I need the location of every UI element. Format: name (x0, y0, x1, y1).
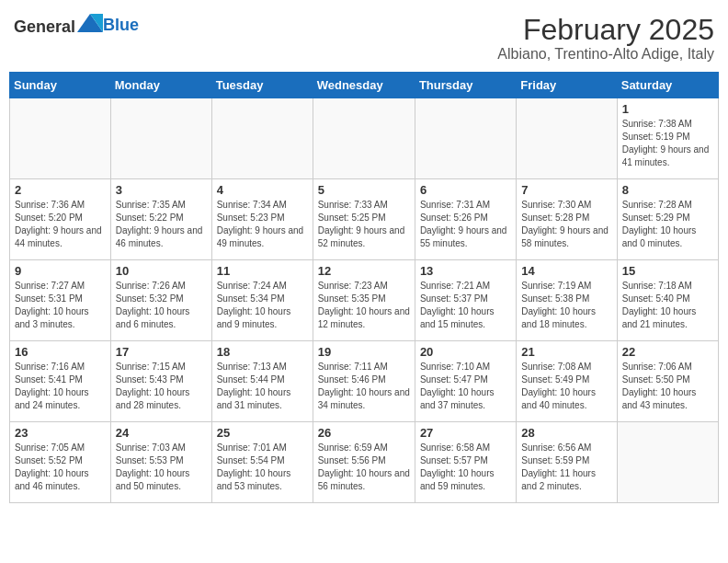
calendar-cell: 7Sunrise: 7:30 AMSunset: 5:28 PMDaylight… (517, 179, 617, 260)
calendar-cell: 5Sunrise: 7:33 AMSunset: 5:25 PMDaylight… (313, 179, 415, 260)
day-info: Sunrise: 7:16 AMSunset: 5:41 PMDaylight:… (15, 361, 106, 412)
calendar-cell: 9Sunrise: 7:27 AMSunset: 5:31 PMDaylight… (10, 260, 111, 341)
weekday-header-tuesday: Tuesday (211, 73, 313, 98)
day-number: 23 (15, 426, 106, 440)
day-number: 9 (15, 264, 106, 278)
day-number: 28 (521, 426, 611, 440)
calendar-cell: 8Sunrise: 7:28 AMSunset: 5:29 PMDaylight… (617, 179, 718, 260)
calendar-cell: 19Sunrise: 7:11 AMSunset: 5:46 PMDayligh… (313, 341, 415, 422)
logo-general: General (14, 17, 75, 36)
day-number: 12 (318, 264, 410, 278)
day-number: 19 (318, 345, 410, 359)
weekday-header-friday: Friday (517, 73, 617, 98)
weekday-header-monday: Monday (110, 73, 211, 98)
day-number: 24 (116, 426, 207, 440)
day-info: Sunrise: 7:36 AMSunset: 5:20 PMDaylight:… (15, 199, 106, 250)
calendar-cell: 15Sunrise: 7:18 AMSunset: 5:40 PMDayligh… (617, 260, 718, 341)
calendar-cell: 17Sunrise: 7:15 AMSunset: 5:43 PMDayligh… (110, 341, 211, 422)
day-info: Sunrise: 7:03 AMSunset: 5:53 PMDaylight:… (116, 442, 207, 493)
calendar-cell: 27Sunrise: 6:58 AMSunset: 5:57 PMDayligh… (415, 422, 516, 503)
page-header: General Blue February 2025 Albiano, Tren… (9, 9, 719, 63)
weekday-header-thursday: Thursday (415, 73, 516, 98)
day-info: Sunrise: 6:59 AMSunset: 5:56 PMDaylight:… (318, 442, 410, 493)
day-info: Sunrise: 7:38 AMSunset: 5:19 PMDaylight:… (622, 118, 713, 169)
calendar-cell (10, 98, 111, 179)
day-number: 27 (420, 426, 511, 440)
day-info: Sunrise: 7:33 AMSunset: 5:25 PMDaylight:… (318, 199, 410, 250)
day-number: 10 (116, 264, 207, 278)
calendar-title: February 2025 (497, 14, 714, 46)
week-row-4: 16Sunrise: 7:16 AMSunset: 5:41 PMDayligh… (10, 341, 719, 422)
day-number: 13 (420, 264, 511, 278)
calendar-cell: 16Sunrise: 7:16 AMSunset: 5:41 PMDayligh… (10, 341, 111, 422)
day-number: 2 (15, 183, 106, 197)
calendar-cell: 11Sunrise: 7:24 AMSunset: 5:34 PMDayligh… (211, 260, 313, 341)
day-number: 11 (217, 264, 308, 278)
day-number: 26 (318, 426, 410, 440)
calendar-cell (517, 98, 617, 179)
calendar-cell: 6Sunrise: 7:31 AMSunset: 5:26 PMDaylight… (415, 179, 516, 260)
calendar-table: SundayMondayTuesdayWednesdayThursdayFrid… (9, 72, 719, 503)
calendar-cell: 10Sunrise: 7:26 AMSunset: 5:32 PMDayligh… (110, 260, 211, 341)
day-number: 14 (521, 264, 611, 278)
day-number: 5 (318, 183, 410, 197)
day-number: 20 (420, 345, 511, 359)
calendar-cell: 4Sunrise: 7:34 AMSunset: 5:23 PMDaylight… (211, 179, 313, 260)
calendar-cell (211, 98, 313, 179)
day-info: Sunrise: 7:26 AMSunset: 5:32 PMDaylight:… (116, 280, 207, 331)
day-number: 25 (217, 426, 308, 440)
calendar-cell: 1Sunrise: 7:38 AMSunset: 5:19 PMDaylight… (617, 98, 718, 179)
calendar-cell (313, 98, 415, 179)
day-number: 16 (15, 345, 106, 359)
calendar-cell: 18Sunrise: 7:13 AMSunset: 5:44 PMDayligh… (211, 341, 313, 422)
weekday-header-row: SundayMondayTuesdayWednesdayThursdayFrid… (10, 73, 719, 98)
day-info: Sunrise: 7:23 AMSunset: 5:35 PMDaylight:… (318, 280, 410, 331)
calendar-cell: 21Sunrise: 7:08 AMSunset: 5:49 PMDayligh… (517, 341, 617, 422)
day-info: Sunrise: 7:05 AMSunset: 5:52 PMDaylight:… (15, 442, 106, 493)
calendar-cell: 23Sunrise: 7:05 AMSunset: 5:52 PMDayligh… (10, 422, 111, 503)
calendar-cell: 22Sunrise: 7:06 AMSunset: 5:50 PMDayligh… (617, 341, 718, 422)
calendar-cell: 14Sunrise: 7:19 AMSunset: 5:38 PMDayligh… (517, 260, 617, 341)
week-row-1: 1Sunrise: 7:38 AMSunset: 5:19 PMDaylight… (10, 98, 719, 179)
day-number: 7 (521, 183, 611, 197)
week-row-3: 9Sunrise: 7:27 AMSunset: 5:31 PMDaylight… (10, 260, 719, 341)
calendar-cell (415, 98, 516, 179)
day-number: 21 (521, 345, 611, 359)
calendar-cell: 3Sunrise: 7:35 AMSunset: 5:22 PMDaylight… (110, 179, 211, 260)
day-info: Sunrise: 7:10 AMSunset: 5:47 PMDaylight:… (420, 361, 511, 412)
day-number: 6 (420, 183, 511, 197)
day-number: 8 (622, 183, 713, 197)
day-number: 18 (217, 345, 308, 359)
day-number: 1 (622, 102, 713, 116)
day-info: Sunrise: 7:11 AMSunset: 5:46 PMDaylight:… (318, 361, 410, 412)
calendar-cell (617, 422, 718, 503)
day-info: Sunrise: 7:19 AMSunset: 5:38 PMDaylight:… (521, 280, 611, 331)
calendar-cell: 28Sunrise: 6:56 AMSunset: 5:59 PMDayligh… (517, 422, 617, 503)
calendar-cell (110, 98, 211, 179)
day-info: Sunrise: 7:27 AMSunset: 5:31 PMDaylight:… (15, 280, 106, 331)
day-info: Sunrise: 7:31 AMSunset: 5:26 PMDaylight:… (420, 199, 511, 250)
day-info: Sunrise: 7:35 AMSunset: 5:22 PMDaylight:… (116, 199, 207, 250)
day-number: 22 (622, 345, 713, 359)
day-info: Sunrise: 7:06 AMSunset: 5:50 PMDaylight:… (622, 361, 713, 412)
day-info: Sunrise: 7:28 AMSunset: 5:29 PMDaylight:… (622, 199, 713, 250)
weekday-header-sunday: Sunday (10, 73, 111, 98)
weekday-header-saturday: Saturday (617, 73, 718, 98)
day-info: Sunrise: 7:34 AMSunset: 5:23 PMDaylight:… (217, 199, 308, 250)
calendar-cell: 24Sunrise: 7:03 AMSunset: 5:53 PMDayligh… (110, 422, 211, 503)
day-number: 3 (116, 183, 207, 197)
title-block: February 2025 Albiano, Trentino-Alto Adi… (497, 14, 714, 63)
calendar-cell: 13Sunrise: 7:21 AMSunset: 5:37 PMDayligh… (415, 260, 516, 341)
calendar-cell: 26Sunrise: 6:59 AMSunset: 5:56 PMDayligh… (313, 422, 415, 503)
calendar-cell: 12Sunrise: 7:23 AMSunset: 5:35 PMDayligh… (313, 260, 415, 341)
day-info: Sunrise: 6:58 AMSunset: 5:57 PMDaylight:… (420, 442, 511, 493)
week-row-5: 23Sunrise: 7:05 AMSunset: 5:52 PMDayligh… (10, 422, 719, 503)
day-info: Sunrise: 7:24 AMSunset: 5:34 PMDaylight:… (217, 280, 308, 331)
logo: General Blue (14, 14, 139, 37)
day-info: Sunrise: 7:15 AMSunset: 5:43 PMDaylight:… (116, 361, 207, 412)
logo-blue: Blue (103, 16, 139, 34)
day-info: Sunrise: 7:30 AMSunset: 5:28 PMDaylight:… (521, 199, 611, 250)
day-info: Sunrise: 7:13 AMSunset: 5:44 PMDaylight:… (217, 361, 308, 412)
week-row-2: 2Sunrise: 7:36 AMSunset: 5:20 PMDaylight… (10, 179, 719, 260)
day-info: Sunrise: 7:18 AMSunset: 5:40 PMDaylight:… (622, 280, 713, 331)
